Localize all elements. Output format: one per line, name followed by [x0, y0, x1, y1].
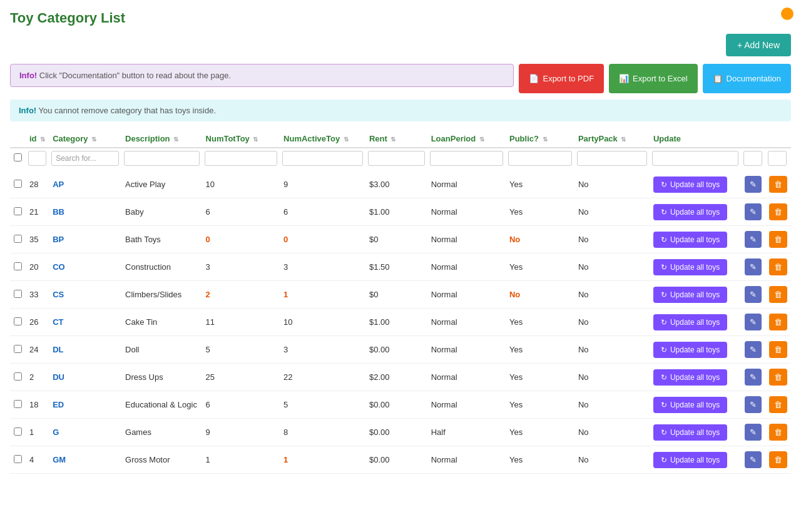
- delete-button[interactable]: 🗑: [769, 396, 787, 413]
- th-id[interactable]: id ⇅: [26, 130, 49, 148]
- delete-button[interactable]: 🗑: [769, 176, 787, 193]
- th-numtottoy[interactable]: NumTotToy ⇅: [202, 130, 280, 148]
- row-checkbox[interactable]: [14, 262, 22, 270]
- update-all-toys-button[interactable]: ↻ Update all toys: [653, 397, 727, 413]
- filter-category[interactable]: [51, 151, 119, 166]
- edit-button[interactable]: ✎: [745, 203, 762, 220]
- edit-button[interactable]: ✎: [745, 424, 762, 441]
- th-public[interactable]: Public? ⇅: [506, 130, 574, 148]
- th-actions1: [741, 130, 765, 148]
- delete-button[interactable]: 🗑: [769, 369, 787, 386]
- documentation-button[interactable]: 📋 Documentation: [703, 64, 791, 93]
- filter-numtottoy[interactable]: [205, 151, 278, 166]
- filter-partypack[interactable]: [577, 151, 647, 166]
- export-excel-button[interactable]: 📊 Export to Excel: [609, 64, 697, 93]
- row-numtottoy: 0: [202, 226, 280, 253]
- row-description: Games: [121, 419, 202, 446]
- update-all-toys-button[interactable]: ↻ Update all toys: [653, 342, 727, 358]
- table-row: 20 CO Construction 3 3 $1.50 Normal Yes …: [10, 253, 791, 281]
- edit-button[interactable]: ✎: [745, 341, 762, 358]
- row-numactivetoy: 5: [280, 391, 365, 419]
- th-rent[interactable]: Rent ⇅: [365, 130, 427, 148]
- row-checkbox[interactable]: [14, 455, 22, 463]
- filter-public[interactable]: [508, 151, 572, 166]
- row-checkbox[interactable]: [14, 427, 22, 436]
- row-checkbox[interactable]: [14, 372, 22, 381]
- update-all-toys-button[interactable]: ↻ Update all toys: [653, 204, 727, 220]
- filter-loanperiod[interactable]: [430, 151, 503, 166]
- row-checkbox[interactable]: [14, 400, 22, 408]
- refresh-icon: ↻: [661, 290, 667, 299]
- delete-button[interactable]: 🗑: [769, 258, 787, 275]
- th-update: Update: [650, 130, 741, 148]
- row-public: Yes: [506, 309, 574, 336]
- update-all-toys-button[interactable]: ↻ Update all toys: [653, 232, 727, 248]
- delete-button[interactable]: 🗑: [769, 451, 787, 468]
- filter-rent[interactable]: [368, 151, 425, 166]
- row-id: 28: [26, 171, 49, 198]
- update-all-toys-button[interactable]: ↻ Update all toys: [653, 287, 727, 303]
- refresh-icon: ↻: [661, 456, 667, 464]
- edit-button[interactable]: ✎: [745, 286, 762, 303]
- delete-button[interactable]: 🗑: [769, 424, 787, 441]
- excel-icon: 📊: [619, 74, 629, 83]
- filter-description[interactable]: [124, 151, 200, 166]
- row-public: No: [506, 226, 574, 253]
- row-numtottoy: 6: [202, 391, 280, 419]
- th-loanperiod[interactable]: LoanPeriod ⇅: [427, 130, 506, 148]
- delete-button[interactable]: 🗑: [769, 341, 787, 358]
- filter-checkbox[interactable]: [13, 153, 23, 161]
- row-checkbox[interactable]: [14, 290, 22, 298]
- row-loanperiod: Normal: [427, 171, 506, 198]
- th-description[interactable]: Description ⇅: [121, 130, 202, 148]
- update-all-toys-button[interactable]: ↻ Update all toys: [653, 314, 727, 330]
- row-numtottoy: 1: [202, 446, 280, 474]
- row-edit-cell: ✎: [741, 253, 765, 281]
- row-delete-cell: 🗑: [765, 171, 791, 198]
- edit-button[interactable]: ✎: [745, 176, 762, 193]
- edit-button[interactable]: ✎: [745, 314, 762, 330]
- info-cyan-label: Info!: [19, 106, 36, 115]
- th-numactivetoy[interactable]: NumActiveToy ⇅: [280, 130, 365, 148]
- row-partypack: No: [574, 198, 650, 226]
- row-numtottoy: 5: [202, 336, 280, 364]
- edit-button[interactable]: ✎: [745, 369, 762, 386]
- update-all-toys-button[interactable]: ↻ Update all toys: [653, 369, 727, 386]
- row-checkbox[interactable]: [14, 317, 22, 325]
- update-all-toys-button[interactable]: ↻ Update all toys: [653, 259, 727, 275]
- row-checkbox[interactable]: [14, 180, 22, 188]
- filter-edit[interactable]: [743, 151, 762, 166]
- refresh-icon: ↻: [661, 401, 667, 409]
- edit-button[interactable]: ✎: [745, 451, 762, 468]
- filter-delete[interactable]: [768, 151, 787, 166]
- update-all-toys-button[interactable]: ↻ Update all toys: [653, 176, 727, 193]
- export-pdf-button[interactable]: 📄 Export to PDF: [519, 64, 604, 93]
- update-all-toys-button[interactable]: ↻ Update all toys: [653, 452, 727, 468]
- row-checkbox[interactable]: [14, 207, 22, 215]
- filter-update[interactable]: [652, 151, 738, 166]
- th-partypack[interactable]: PartyPack ⇅: [574, 130, 650, 148]
- edit-button[interactable]: ✎: [745, 231, 762, 248]
- table-row: 24 DL Doll 5 3 $0.00 Normal Yes No ↻ Upd…: [10, 336, 791, 364]
- row-checkbox-cell: [10, 446, 26, 474]
- filter-numactivetoy[interactable]: [282, 151, 363, 166]
- filter-id[interactable]: [28, 151, 46, 166]
- row-checkbox[interactable]: [14, 235, 22, 243]
- row-category: DL: [49, 336, 121, 364]
- delete-button[interactable]: 🗑: [769, 286, 787, 303]
- delete-button[interactable]: 🗑: [769, 203, 787, 220]
- info-cyan-message: You cannot remove category that has toys…: [39, 106, 217, 115]
- update-all-toys-button[interactable]: ↻ Update all toys: [653, 424, 727, 441]
- edit-button[interactable]: ✎: [745, 258, 762, 275]
- row-checkbox-cell: [10, 281, 26, 309]
- row-public: Yes: [506, 198, 574, 226]
- row-category: BP: [49, 226, 121, 253]
- row-checkbox-cell: [10, 419, 26, 446]
- row-rent: $3.00: [365, 171, 427, 198]
- delete-button[interactable]: 🗑: [769, 314, 787, 330]
- edit-button[interactable]: ✎: [745, 396, 762, 413]
- add-new-button[interactable]: + Add New: [726, 34, 791, 56]
- delete-button[interactable]: 🗑: [769, 231, 787, 248]
- row-checkbox[interactable]: [14, 345, 22, 353]
- th-category[interactable]: Category ⇅: [49, 130, 121, 148]
